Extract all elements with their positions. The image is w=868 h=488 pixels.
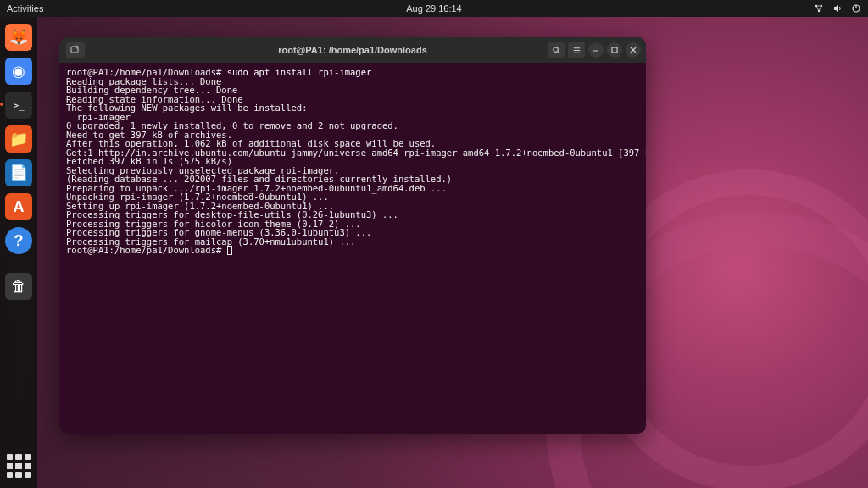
svg-rect-14 (612, 47, 617, 53)
power-icon[interactable] (851, 3, 861, 14)
terminal-icon[interactable]: >_ (5, 92, 32, 119)
activities-button[interactable]: Activities (7, 3, 43, 14)
help-icon[interactable]: ? (5, 227, 32, 254)
terminal-title: root@PA1: /home/pa1/Downloads (278, 45, 427, 55)
close-button[interactable] (626, 42, 641, 58)
svg-line-9 (557, 51, 559, 53)
maximize-button[interactable] (607, 42, 622, 58)
show-applications-button[interactable] (7, 454, 31, 478)
firefox-icon[interactable]: 🦊 (5, 24, 32, 51)
volume-icon[interactable] (832, 3, 843, 14)
new-tab-button[interactable] (66, 42, 85, 58)
software-center-icon[interactable]: A (5, 193, 32, 220)
system-tray[interactable] (814, 3, 861, 14)
menu-button[interactable] (568, 42, 585, 58)
trash-icon[interactable]: 🗑 (5, 273, 32, 300)
clock[interactable]: Aug 29 16:14 (406, 3, 461, 14)
minimize-button[interactable] (588, 42, 604, 58)
network-icon[interactable] (814, 3, 824, 14)
terminal-body[interactable]: root@PA1:/home/pa1/Downloads# sudo apt i… (59, 63, 646, 434)
gnome-top-bar: Activities Aug 29 16:14 (0, 0, 868, 17)
svg-point-8 (553, 47, 558, 52)
files-icon[interactable]: 📁 (5, 125, 32, 152)
libreoffice-writer-icon[interactable]: 📄 (5, 159, 32, 186)
chrome-icon[interactable]: ◉ (5, 58, 32, 85)
terminal-window: root@PA1: /home/pa1/Downloads root@PA1:/… (59, 37, 646, 434)
search-button[interactable] (548, 42, 565, 58)
dock: 🦊◉>_📁📄A?🗑 (0, 17, 37, 488)
terminal-titlebar[interactable]: root@PA1: /home/pa1/Downloads (59, 37, 646, 63)
